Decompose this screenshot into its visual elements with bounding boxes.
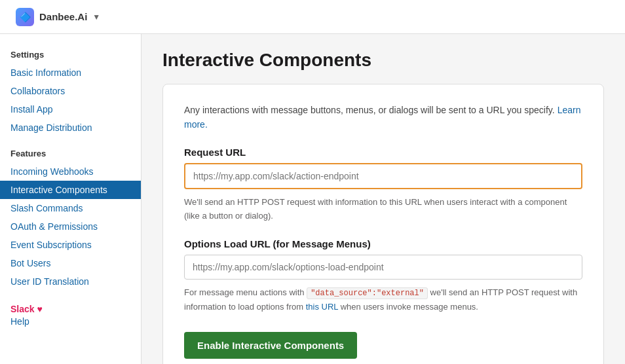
description-text: Any interactions with message buttons, m… [184,103,582,132]
sidebar-item-install-app[interactable]: Install App [0,100,141,118]
sidebar-item-manage-distribution[interactable]: Manage Distribution [0,118,141,137]
code-inline: "data_source":"external" [307,287,428,299]
options-load-help: For message menu actions with "data_sour… [184,286,582,314]
features-section-title: Features [0,143,141,162]
app-selector[interactable]: 🔷 Danbee.Ai ▼ [10,5,105,29]
content-card: Any interactions with message buttons, m… [162,84,604,364]
request-url-label: Request URL [184,147,582,158]
enable-interactive-components-button[interactable]: Enable Interactive Components [184,332,357,359]
sidebar-item-oauth-permissions[interactable]: OAuth & Permissions [0,217,141,236]
sidebar-item-collaborators[interactable]: Collaborators [0,82,141,100]
request-url-help: We'll send an HTTP POST request with inf… [184,196,582,223]
sidebar-item-interactive-components[interactable]: Interactive Components [0,181,141,199]
this-url-link[interactable]: this URL [306,302,338,312]
main-layout: Settings Basic Information Collaborators… [0,34,625,364]
sidebar-item-event-subscriptions[interactable]: Event Subscriptions [0,236,141,254]
app-icon: 🔷 [16,8,34,26]
chevron-down-icon: ▼ [92,12,100,22]
sidebar-item-user-id-translation[interactable]: User ID Translation [0,272,141,291]
page-title: Interactive Components [162,50,604,71]
sidebar-item-slash-commands[interactable]: Slash Commands [0,199,141,217]
sidebar: Settings Basic Information Collaborators… [0,34,142,364]
options-load-url-label: Options Load URL (for Message Menus) [184,238,582,249]
heart-icon: ♥ [37,304,42,314]
sidebar-item-bot-users[interactable]: Bot Users [0,254,141,272]
sidebar-item-help[interactable]: Help [10,314,130,329]
sidebar-footer: Slack ♥ Help [0,296,141,331]
app-name: Danbee.Ai [39,11,87,22]
request-url-input[interactable] [184,163,582,189]
sidebar-item-basic-information[interactable]: Basic Information [0,64,141,82]
options-load-url-input[interactable] [184,255,582,280]
slack-heart-label: Slack ♥ [10,304,130,314]
sidebar-item-incoming-webhooks[interactable]: Incoming Webhooks [0,162,141,181]
main-content: Interactive Components Any interactions … [142,34,625,364]
settings-section-title: Settings [0,45,141,64]
top-bar: 🔷 Danbee.Ai ▼ [0,0,625,34]
